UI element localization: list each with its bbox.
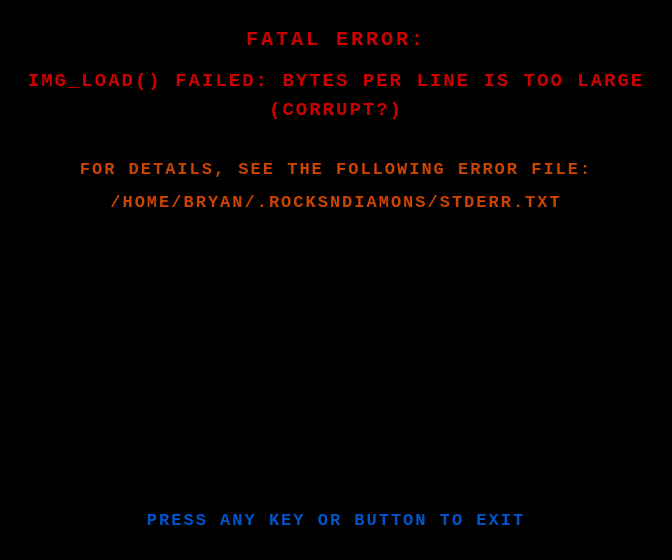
press-any-key-label: PRESS ANY KEY OR BUTTON TO EXIT bbox=[147, 511, 525, 530]
error-screen: FATAL ERROR: IMG_LOAD() FAILED: BYTES PE… bbox=[0, 0, 672, 560]
file-path: /HOME/BRYAN/.ROCKSNDIAMONS/STDERR.TXT bbox=[110, 193, 561, 212]
details-label: FOR DETAILS, SEE THE FOLLOWING ERROR FIL… bbox=[80, 160, 592, 179]
fatal-error-title: FATAL ERROR: bbox=[246, 28, 426, 51]
error-message: IMG_LOAD() FAILED: BYTES PER LINE IS TOO… bbox=[28, 67, 645, 124]
error-line2: (CORRUPT?) bbox=[28, 96, 645, 125]
error-line1: IMG_LOAD() FAILED: BYTES PER LINE IS TOO… bbox=[28, 67, 645, 96]
